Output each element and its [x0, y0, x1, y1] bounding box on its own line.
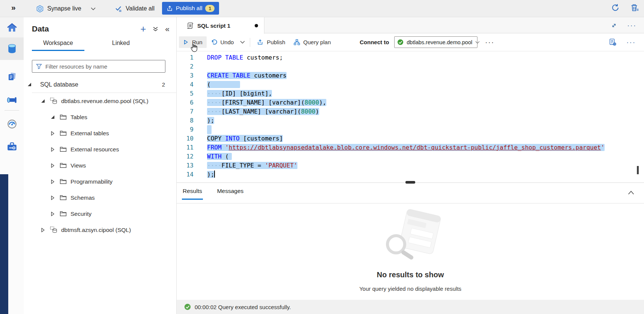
- filter-funnel-icon: [36, 63, 42, 69]
- selection-highlight: [207, 125, 212, 134]
- develop-icon: [7, 72, 17, 82]
- run-button[interactable]: Run: [179, 36, 207, 48]
- tab-messages[interactable]: Messages: [216, 188, 245, 200]
- publish-count-badge: 1: [205, 5, 215, 12]
- expanded-arrow-icon[interactable]: [40, 99, 45, 103]
- tab-results[interactable]: Results: [182, 188, 203, 200]
- tab-workspace[interactable]: Workspace: [32, 37, 84, 51]
- collapsed-arrow-icon[interactable]: [50, 196, 55, 200]
- code-line[interactable]: 14);: [177, 170, 644, 179]
- tree-item-label: External resources: [71, 146, 119, 153]
- code-line[interactable]: 11FROM 'https://dbtlabsynapsedatalake.bl…: [177, 143, 644, 152]
- tab-sql-script-1[interactable]: SQL script 1: [177, 17, 264, 34]
- tab-linked[interactable]: Linked: [101, 37, 141, 51]
- code-line[interactable]: 3CREATE TABLE customers: [177, 71, 644, 80]
- selection-highlight: FROM 'https://dbtlabsynapsedatalake.blob…: [207, 144, 605, 151]
- nav-integrate[interactable]: [0, 90, 24, 110]
- selection-highlight: CREATE TABLE customers: [207, 72, 287, 79]
- add-resource-button[interactable]: +: [140, 25, 146, 33]
- folder-icon: [60, 178, 67, 185]
- tree-item[interactable]: Tables: [24, 109, 176, 125]
- code-line[interactable]: 10COPY INTO [customers]: [177, 134, 644, 143]
- tree-item-label: dbtmsft.azsyn.cipool (SQL): [61, 227, 131, 233]
- left-edge-strip: [0, 174, 8, 314]
- data-icon: [6, 43, 18, 54]
- editor-scrollbar[interactable]: [637, 166, 639, 174]
- code-line[interactable]: 1DROP TABLE customers;: [177, 53, 644, 62]
- expand-editor-icon[interactable]: [611, 22, 617, 29]
- tab-bar-more-icon[interactable]: ···: [627, 24, 636, 27]
- code-line[interactable]: 9: [177, 125, 644, 134]
- database-icon: [50, 97, 57, 105]
- expand-rail-button[interactable]: »: [11, 3, 16, 12]
- expanded-arrow-icon[interactable]: [27, 83, 32, 86]
- code-line[interactable]: 2: [177, 62, 644, 71]
- nav-home[interactable]: [0, 17, 24, 37]
- collapsed-arrow-icon[interactable]: [50, 147, 55, 152]
- collapsed-arrow-icon[interactable]: [50, 131, 55, 136]
- data-panel: Data + « Workspace Linked SQL database2d…: [24, 17, 177, 314]
- manage-icon: [6, 141, 18, 152]
- code-line[interactable]: 8);: [177, 116, 644, 125]
- toolbar-more-icon[interactable]: ···: [485, 40, 494, 44]
- code-line[interactable]: 13····FILE_TYPE = 'PARQUET': [177, 161, 644, 170]
- code-editor[interactable]: 1DROP TABLE customers;23CREATE TABLE cus…: [177, 51, 644, 182]
- tree-item[interactable]: Schemas: [24, 190, 176, 206]
- view-settings-icon[interactable]: [609, 38, 617, 46]
- line-number: 7: [177, 107, 194, 116]
- code-line[interactable]: 4(: [177, 80, 644, 89]
- nav-develop[interactable]: [0, 67, 24, 87]
- pool-select[interactable]: dbtlabs.revenue.demo.pool: [394, 36, 477, 48]
- tree-item[interactable]: Programmability: [24, 173, 176, 190]
- tree-item[interactable]: dbtmsft.azsyn.cipool (SQL): [24, 222, 176, 238]
- mode-selector[interactable]: Synapse live: [36, 3, 96, 15]
- validate-all-button[interactable]: Validate all: [115, 3, 155, 15]
- selection-highlight: ····[FIRST_NAME] [varchar](8000),: [207, 99, 326, 106]
- tree-item[interactable]: dbtlabs.revenue.demo.pool (SQL): [24, 93, 176, 109]
- refresh-icon[interactable]: [611, 3, 620, 12]
- undo-label: Undo: [221, 39, 234, 45]
- expanded-arrow-icon[interactable]: [50, 115, 55, 119]
- collapsed-arrow-icon[interactable]: [40, 228, 45, 232]
- code-line[interactable]: 6····[FIRST_NAME] [varchar](8000),: [177, 98, 644, 107]
- tree-item[interactable]: External resources: [24, 141, 176, 157]
- monitor-icon: [6, 118, 18, 130]
- nav-data[interactable]: [0, 37, 24, 60]
- tree-item[interactable]: SQL database2: [24, 76, 176, 93]
- unsaved-dot: [255, 24, 258, 27]
- tree-item[interactable]: External tables: [24, 125, 176, 141]
- collapsed-arrow-icon[interactable]: [50, 163, 55, 168]
- tree-item[interactable]: Security: [24, 206, 176, 222]
- editor-more-icon[interactable]: ···: [626, 40, 636, 44]
- collapse-panel-button[interactable]: «: [165, 25, 170, 32]
- query-plan-button[interactable]: Query plan: [290, 36, 335, 48]
- code-line[interactable]: 12WITH (: [177, 152, 644, 161]
- discard-trash-icon[interactable]: [630, 3, 639, 12]
- nav-monitor[interactable]: [0, 114, 24, 134]
- splitter-grip[interactable]: [405, 181, 415, 184]
- collapse-results-icon[interactable]: [628, 190, 634, 196]
- filter-box: [32, 60, 165, 73]
- database-icon: [50, 226, 57, 233]
- tree-item-label: dbtlabs.revenue.demo.pool (SQL): [61, 98, 149, 105]
- validate-icon: [115, 5, 122, 12]
- collapsed-arrow-icon[interactable]: [50, 212, 55, 216]
- undo-button[interactable]: Undo: [207, 36, 238, 48]
- tree-item[interactable]: Views: [24, 157, 176, 173]
- publish-button[interactable]: Publish: [253, 36, 289, 48]
- results-divider: [177, 203, 644, 203]
- run-options-chevron[interactable]: [238, 38, 247, 46]
- pool-status-icon: [397, 39, 404, 45]
- empty-results-subtitle: Your query yielded no displayable result…: [177, 286, 644, 292]
- nav-manage[interactable]: [0, 136, 24, 157]
- publish-all-button[interactable]: Publish all 1: [162, 2, 219, 15]
- code-line[interactable]: 5····[ID] [bigint],: [177, 89, 644, 98]
- query-plan-label: Query plan: [303, 39, 331, 45]
- collapsed-arrow-icon[interactable]: [50, 179, 55, 184]
- code-line[interactable]: 7····[LAST_NAME] [varchar](8000): [177, 107, 644, 116]
- filter-input[interactable]: [45, 63, 165, 70]
- tree-item-label: Views: [71, 162, 86, 169]
- sql-editor-panel: ··· SQL script 1 Run Undo: [177, 17, 644, 314]
- collapse-all-icon[interactable]: [153, 26, 158, 32]
- status-text: 00:00:02 Query executed successfully.: [195, 304, 291, 310]
